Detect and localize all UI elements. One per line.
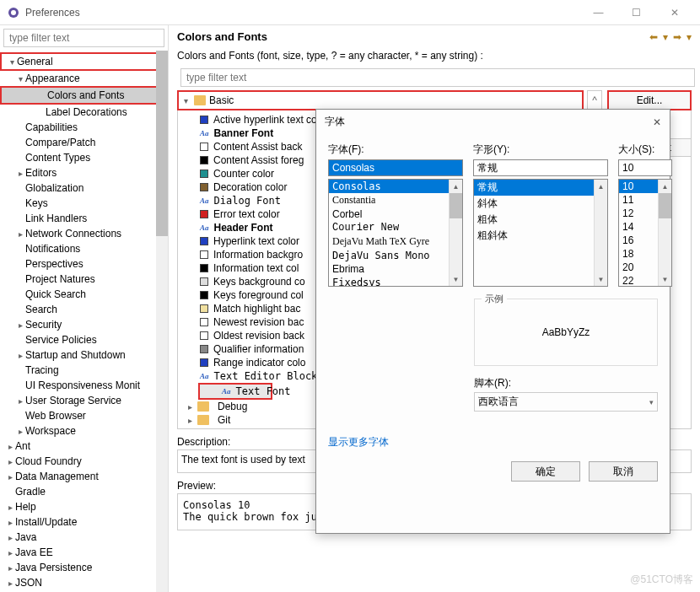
chevron-down-icon: ▾ [184,96,194,105]
tree-item-capabilities[interactable]: Capabilities [0,120,168,135]
sample-box: 示例 AaBbYyZz [474,299,658,366]
list-item[interactable]: 粗体 [474,212,607,228]
tree-item-web-browser[interactable]: Web Browser [0,408,168,423]
tree-item-label-decorations[interactable]: Label Decorations [0,105,168,120]
list-item[interactable]: Constantia [329,193,462,207]
show-more-fonts-link[interactable]: 显示更多字体 [328,435,658,449]
chevron-icon: ▾ [15,74,25,83]
tree-item-appearance[interactable]: ▾Appearance [0,71,168,86]
tree-item-data-management[interactable]: ▸Data Management [0,469,168,484]
sample-text: AaBbYyZz [542,326,590,338]
tree-item-content-types[interactable]: Content Types [0,150,168,165]
preferences-tree[interactable]: ▾General▾AppearanceColors and FontsLabel… [0,51,168,592]
font-size-input[interactable] [618,159,672,176]
color-swatch [200,331,208,340]
tree-item-link-handlers[interactable]: Link Handlers [0,211,168,226]
chevron-right-icon: ▸ [188,429,192,430]
font-icon: Aa [200,129,209,137]
list-item[interactable]: AaText Font [198,383,272,400]
font-family-list[interactable]: ConsolasConstantiaCorbelCourier NewDejaV… [328,179,463,287]
list-item[interactable]: 斜体 [474,196,607,212]
script-select[interactable]: 西欧语言 ▾ [474,392,658,412]
scrollbar[interactable]: ▲▼ [658,180,671,286]
font-style-list[interactable]: 常规斜体粗体粗斜体▲▼ [473,179,608,287]
expand-button[interactable]: ^ [587,90,602,110]
scrollbar[interactable]: ▲▼ [594,180,607,286]
tree-item-cloud-foundry[interactable]: ▸Cloud Foundry [0,454,168,469]
forward-icon[interactable]: ➡ [673,31,681,43]
font-dialog: 字体 ✕ 字体(F): ConsolasConstantiaCorbelCour… [315,109,670,534]
tree-item-workspace[interactable]: ▸Workspace [0,423,168,439]
list-item[interactable]: Ebrima [329,262,462,276]
tree-item-ant[interactable]: ▸Ant [0,439,168,454]
list-item[interactable]: DejaVu Sans Mono [329,249,462,262]
svg-point-1 [11,10,16,15]
tree-item-service-policies[interactable]: Service Policies [0,332,168,347]
chevron-icon: ▸ [15,427,25,436]
tree-item-compare-patch[interactable]: Compare/Patch [0,135,168,150]
list-item[interactable]: Corbel [329,207,462,221]
font-style-input[interactable] [473,159,608,176]
font-icon: Aa [222,387,231,396]
close-button[interactable]: ✕ [655,1,693,24]
list-item[interactable]: Courier New [329,221,462,234]
font-size-list[interactable]: 1011121416182022▲▼ [618,179,672,287]
minimize-button[interactable]: — [579,1,617,24]
tree-item-user-storage-service[interactable]: ▸User Storage Service [0,393,168,408]
sidebar-filter-input[interactable] [3,29,164,47]
font-dialog-close-icon[interactable]: ✕ [653,116,661,128]
tree-item-ui-responsiveness-monit[interactable]: UI Responsiveness Monit [0,378,168,393]
tree-item-quick-search[interactable]: Quick Search [0,287,168,302]
forward-menu-icon[interactable]: ▾ [687,31,692,43]
color-swatch [200,116,208,124]
back-menu-icon[interactable]: ▾ [663,31,668,43]
chevron-icon: ▸ [5,548,15,557]
color-swatch [200,264,208,272]
font-style-label: 字形(Y): [473,143,608,157]
font-family-input[interactable] [328,159,463,176]
tree-item-java-ee[interactable]: ▸Java EE [0,545,168,560]
chevron-icon: ▸ [5,472,15,482]
scrollbar[interactable]: ▲▼ [449,180,462,286]
chevron-icon: ▸ [5,533,15,542]
tree-item-java[interactable]: ▸Java [0,530,168,545]
maximize-button[interactable]: ☐ [617,1,655,24]
tree-item-project-natures[interactable]: Project Natures [0,272,168,287]
tree-item-help[interactable]: ▸Help [0,499,168,514]
back-icon[interactable]: ⬅ [649,31,658,43]
tree-item-globalization[interactable]: Globalization [0,180,168,196]
color-swatch [200,170,208,178]
list-item[interactable]: Consolas [329,180,462,193]
sidebar: ▾General▾AppearanceColors and FontsLabel… [0,25,169,592]
watermark: @51CTO博客 [630,573,693,587]
tree-item-startup-and-shutdown[interactable]: ▸Startup and Shutdown [0,347,168,363]
chevron-icon: ▸ [5,442,15,451]
tree-item-colors-and-fonts[interactable]: Colors and Fonts [0,86,168,105]
basic-category[interactable]: ▾ Basic [177,90,584,110]
color-swatch [200,156,208,164]
list-item[interactable]: DejaVu Math TeX Gyre [329,234,462,249]
cancel-button[interactable]: 取消 [589,461,658,482]
tree-item-search[interactable]: Search [0,302,168,317]
tree-item-perspectives[interactable]: Perspectives [0,256,168,272]
list-item[interactable]: 常规 [474,180,607,196]
list-item[interactable]: 粗斜体 [474,228,607,244]
tree-item-java-persistence[interactable]: ▸Java Persistence [0,560,168,575]
tree-item-network-connections[interactable]: ▸Network Connections [0,226,168,241]
tree-scrollbar[interactable] [156,51,168,592]
tree-item-tracing[interactable]: Tracing [0,363,168,378]
tree-item-json[interactable]: ▸JSON [0,575,168,590]
tree-item-install-update[interactable]: ▸Install/Update [0,514,168,530]
ok-button[interactable]: 确定 [511,461,580,482]
tree-item-notifications[interactable]: Notifications [0,241,168,256]
edit-button[interactable]: Edit... [607,90,692,110]
list-item[interactable]: Fixedsys [329,276,462,287]
tree-item-keys[interactable]: Keys [0,196,168,211]
tree-item-editors[interactable]: ▸Editors [0,165,168,180]
chevron-right-icon: ▸ [188,402,192,412]
tree-item-security[interactable]: ▸Security [0,317,168,332]
description-line: Colors and Fonts (font, size, type, ? = … [177,50,692,62]
tree-item-general[interactable]: ▾General [0,52,168,71]
content-filter-input[interactable] [180,68,695,87]
tree-item-gradle[interactable]: Gradle [0,484,168,499]
